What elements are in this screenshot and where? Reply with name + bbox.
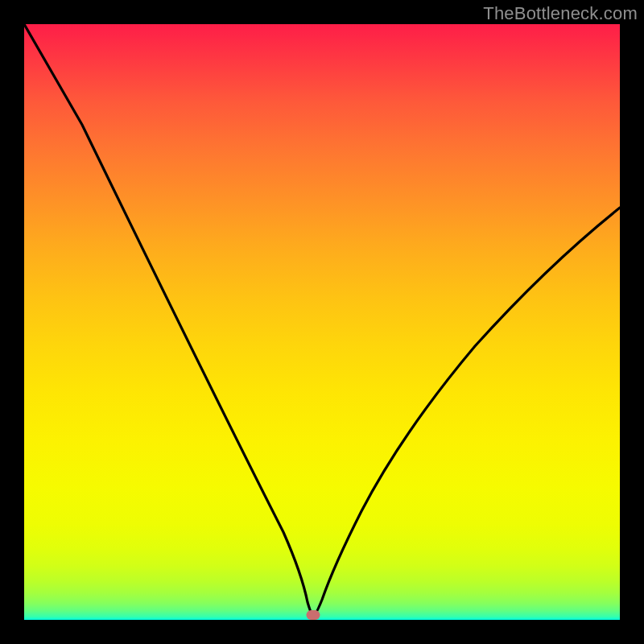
plot-area [24,24,620,620]
chart-frame: TheBottleneck.com [0,0,644,644]
optimum-marker [306,610,320,620]
watermark-text: TheBottleneck.com [483,3,638,24]
curve-path [24,24,620,616]
bottleneck-curve [24,24,620,620]
